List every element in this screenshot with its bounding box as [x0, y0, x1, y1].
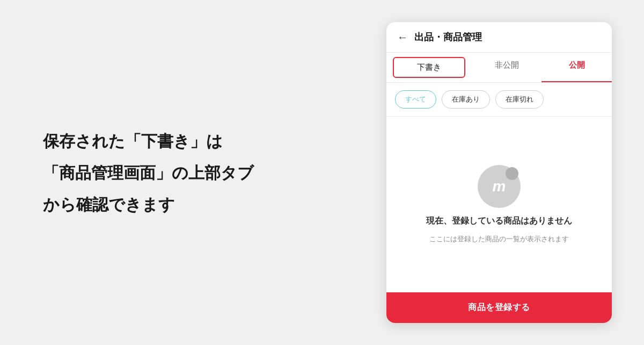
tab-private[interactable]: 非公開: [472, 53, 542, 82]
back-arrow-icon[interactable]: ←: [397, 31, 408, 44]
right-panel: ← 出品・商品管理 下書き 非公開 公開 すべて 在庫あり 在庫切れ 現在、登録…: [354, 0, 644, 345]
filter-all[interactable]: すべて: [395, 90, 436, 109]
phone-header: ← 出品・商品管理: [386, 22, 612, 53]
empty-icon: [478, 165, 521, 208]
instruction-line1: 保存された「下書き」は: [43, 127, 311, 155]
empty-subtitle: ここには登録した商品の一覧が表示されます: [429, 234, 569, 244]
tab-public[interactable]: 公開: [541, 53, 612, 82]
instruction-line2: 「商品管理画面」の上部タブ: [43, 159, 311, 186]
page-title: 出品・商品管理: [414, 31, 482, 44]
filter-in-stock[interactable]: 在庫あり: [442, 90, 490, 109]
phone-mockup: ← 出品・商品管理 下書き 非公開 公開 すべて 在庫あり 在庫切れ 現在、登録…: [386, 22, 612, 323]
register-button[interactable]: 商品を登録する: [386, 292, 612, 323]
empty-state: 現在、登録している商品はありません ここには登録した商品の一覧が表示されます: [386, 117, 612, 292]
filter-row: すべて 在庫あり 在庫切れ: [386, 83, 612, 117]
tab-draft[interactable]: 下書き: [393, 57, 465, 78]
filter-out-of-stock[interactable]: 在庫切れ: [495, 90, 544, 109]
empty-title: 現在、登録している商品はありません: [426, 215, 572, 227]
instruction-line3: から確認できます: [43, 191, 311, 218]
left-panel: 保存された「下書き」は 「商品管理画面」の上部タブ から確認できます: [0, 95, 354, 250]
tabs-row: 下書き 非公開 公開: [386, 53, 612, 83]
